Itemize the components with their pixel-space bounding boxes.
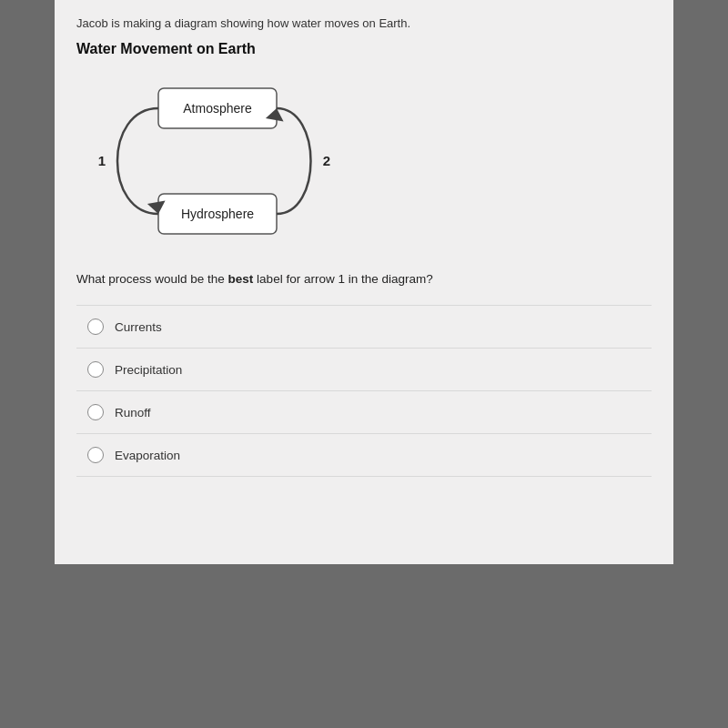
- option-evaporation[interactable]: Evaporation: [76, 433, 652, 477]
- main-card: Jacob is making a diagram showing how wa…: [55, 0, 673, 564]
- radio-evaporation[interactable]: [87, 447, 104, 463]
- arrow-left-label: 1: [98, 153, 106, 168]
- option-runoff[interactable]: Runoff: [76, 390, 652, 433]
- hydrosphere-label: Hydrosphere: [181, 207, 254, 221]
- diagram-area: Atmosphere Hydrosphere 1 2: [76, 70, 652, 252]
- intro-text: Jacob is making a diagram showing how wa…: [76, 16, 652, 30]
- option-currents[interactable]: Currents: [76, 305, 652, 348]
- question-text: What process would be the best label for…: [76, 270, 652, 288]
- arrow-right-label: 2: [323, 153, 330, 168]
- atmosphere-label: Atmosphere: [183, 101, 252, 116]
- water-cycle-diagram: Atmosphere Hydrosphere 1 2: [86, 70, 340, 252]
- radio-runoff[interactable]: [87, 404, 104, 420]
- options-list: Currents Precipitation Runoff Evaporatio…: [76, 305, 652, 477]
- diagram-title: Water Movement on Earth: [76, 41, 652, 57]
- option-label-evaporation: Evaporation: [115, 449, 180, 462]
- radio-precipitation[interactable]: [87, 361, 104, 378]
- option-precipitation[interactable]: Precipitation: [76, 348, 652, 390]
- option-label-precipitation: Precipitation: [115, 363, 182, 377]
- option-label-currents: Currents: [115, 320, 162, 334]
- radio-currents[interactable]: [87, 318, 104, 335]
- option-label-runoff: Runoff: [115, 406, 151, 420]
- question-bold: best: [228, 272, 254, 286]
